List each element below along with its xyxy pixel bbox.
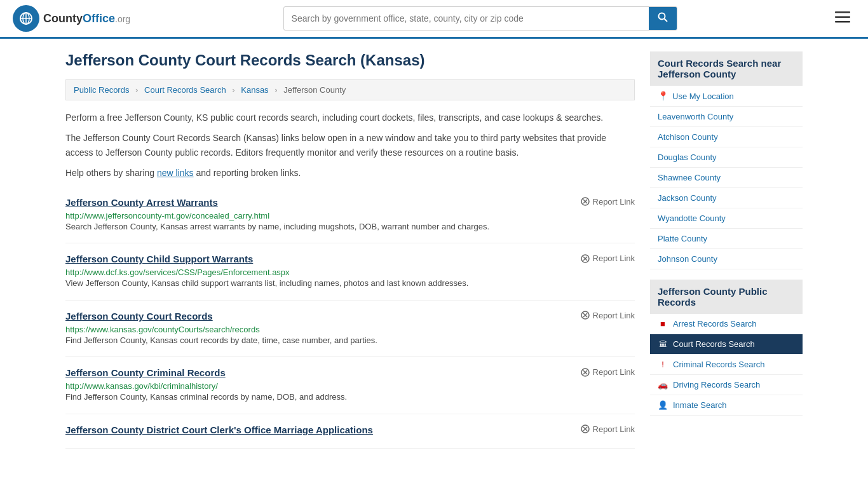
record-label-1: Court Records Search — [673, 339, 755, 349]
sidebar-county-3[interactable]: Shawnee County — [650, 168, 803, 188]
county-link-4[interactable]: Jackson County — [658, 193, 717, 203]
driving-icon: 🚗 — [658, 380, 668, 390]
logo-text: CountyOffice.org — [43, 12, 130, 25]
search-button[interactable] — [649, 7, 677, 30]
record-link-2[interactable]: Criminal Records Search — [673, 360, 765, 369]
result-header: Jefferson County Court Records Report Li… — [65, 311, 635, 322]
svg-rect-7 — [835, 11, 850, 13]
sidebar-county-7[interactable]: Johnson County — [650, 249, 803, 269]
sidebar-record-2[interactable]: !Criminal Records Search — [650, 355, 803, 375]
report-link-2[interactable]: Report Link — [581, 311, 635, 320]
breadcrumb-current: Jefferson County — [283, 85, 346, 95]
sidebar-counties: Leavenworth CountyAtchison CountyDouglas… — [650, 107, 803, 269]
result-header: Jefferson County Child Support Warrants … — [65, 254, 635, 264]
sidebar-public-records-title: Jefferson County Public Records — [650, 280, 803, 314]
location-icon: 📍 — [658, 91, 668, 101]
description-3: Help others by sharing new links and rep… — [65, 166, 635, 180]
record-link-4[interactable]: Inmate Search — [673, 400, 727, 410]
breadcrumb: Public Records › Court Records Search › … — [65, 79, 635, 100]
report-link-4[interactable]: Report Link — [581, 424, 635, 434]
county-link-2[interactable]: Douglas County — [658, 152, 717, 162]
breadcrumb-kansas[interactable]: Kansas — [241, 85, 268, 95]
county-link-3[interactable]: Shawnee County — [658, 173, 721, 182]
sidebar-record-0[interactable]: ■Arrest Records Search — [650, 314, 803, 334]
county-link-7[interactable]: Johnson County — [658, 254, 717, 264]
result-url-2[interactable]: https://www.kansas.gov/countyCourts/sear… — [65, 325, 260, 334]
description-1: Perform a free Jefferson County, KS publ… — [65, 111, 635, 125]
sidebar-records: ■Arrest Records Search🏛Court Records Sea… — [650, 314, 803, 416]
sidebar-record-3[interactable]: 🚗Driving Records Search — [650, 375, 803, 395]
breadcrumb-public-records[interactable]: Public Records — [74, 85, 129, 95]
result-url-3[interactable]: http://www.kansas.gov/kbi/criminalhistor… — [65, 381, 218, 391]
result-header: Jefferson County Criminal Records Report… — [65, 367, 635, 378]
arrest-icon: ■ — [658, 319, 668, 329]
sidebar-county-2[interactable]: Douglas County — [650, 147, 803, 168]
county-link-0[interactable]: Leavenworth County — [658, 112, 733, 121]
record-link-0[interactable]: Arrest Records Search — [673, 319, 757, 329]
search-bar — [283, 6, 677, 30]
sidebar-county-5[interactable]: Wyandotte County — [650, 208, 803, 229]
page-title: Jefferson County Court Records Search (K… — [65, 51, 635, 69]
svg-rect-8 — [835, 17, 850, 18]
sidebar-record-1[interactable]: 🏛Court Records Search — [650, 334, 803, 355]
main-container: Jefferson County Court Records Search (K… — [53, 39, 815, 461]
svg-rect-9 — [835, 21, 850, 23]
menu-icon[interactable] — [830, 8, 855, 29]
results-container: Jefferson County Arrest Warrants Report … — [65, 187, 635, 449]
result-desc-3: Find Jefferson County, Kansas criminal r… — [65, 391, 635, 403]
new-links-link[interactable]: new links — [157, 168, 194, 178]
report-link-1[interactable]: Report Link — [581, 254, 635, 263]
result-title-2[interactable]: Jefferson County Court Records — [65, 311, 213, 322]
header: CountyOffice.org — [0, 0, 868, 39]
result-header: Jefferson County Arrest Warrants Report … — [65, 197, 635, 208]
sidebar-county-6[interactable]: Platte County — [650, 229, 803, 249]
result-header: Jefferson County District Court Clerk's … — [65, 424, 635, 435]
result-title-0[interactable]: Jefferson County Arrest Warrants — [65, 197, 218, 208]
svg-point-5 — [658, 13, 665, 20]
use-my-location-link[interactable]: Use My Location — [672, 92, 734, 101]
inmate-icon: 👤 — [658, 400, 668, 410]
content-area: Jefferson County Court Records Search (K… — [65, 51, 635, 449]
county-link-1[interactable]: Atchison County — [658, 132, 718, 142]
result-desc-0: Search Jefferson County, Kansas arrest w… — [65, 220, 635, 233]
report-link-0[interactable]: Report Link — [581, 197, 635, 207]
logo-icon — [13, 5, 39, 32]
sidebar-public-records-section: Jefferson County Public Records ■Arrest … — [650, 280, 803, 416]
breadcrumb-court-records[interactable]: Court Records Search — [144, 85, 226, 95]
result-item: Jefferson County Arrest Warrants Report … — [65, 187, 635, 244]
report-link-3[interactable]: Report Link — [581, 367, 635, 377]
sidebar-nearby-title: Court Records Search near Jefferson Coun… — [650, 51, 803, 86]
svg-line-6 — [664, 19, 667, 22]
sidebar: Court Records Search near Jefferson Coun… — [650, 51, 803, 449]
result-item: Jefferson County Court Records Report Li… — [65, 301, 635, 358]
description-2: The Jefferson County Court Records Searc… — [65, 131, 635, 159]
result-title-3[interactable]: Jefferson County Criminal Records — [65, 367, 226, 378]
logo-area: CountyOffice.org — [13, 5, 130, 32]
record-link-3[interactable]: Driving Records Search — [673, 380, 760, 390]
result-url-1[interactable]: http://www.dcf.ks.gov/services/CSS/Pages… — [65, 268, 290, 277]
sidebar-county-4[interactable]: Jackson County — [650, 188, 803, 208]
result-title-4[interactable]: Jefferson County District Court Clerk's … — [65, 424, 373, 435]
result-desc-1: View Jefferson County, Kansas child supp… — [65, 277, 635, 290]
sidebar-use-location[interactable]: 📍 Use My Location — [650, 86, 803, 107]
result-desc-2: Find Jefferson County, Kansas court reco… — [65, 334, 635, 347]
court-icon: 🏛 — [658, 339, 668, 349]
county-link-5[interactable]: Wyandotte County — [658, 214, 726, 223]
result-item: Jefferson County Child Support Warrants … — [65, 243, 635, 301]
county-link-6[interactable]: Platte County — [658, 234, 707, 243]
result-url-0[interactable]: http://www.jeffersoncounty-mt.gov/concea… — [65, 211, 269, 220]
search-input[interactable] — [284, 8, 649, 29]
sidebar-nearby-section: Court Records Search near Jefferson Coun… — [650, 51, 803, 269]
sidebar-county-1[interactable]: Atchison County — [650, 127, 803, 147]
result-item: Jefferson County Criminal Records Report… — [65, 357, 635, 414]
result-title-1[interactable]: Jefferson County Child Support Warrants — [65, 254, 253, 264]
result-item: Jefferson County District Court Clerk's … — [65, 414, 635, 449]
criminal-icon: ! — [658, 360, 668, 369]
sidebar-county-0[interactable]: Leavenworth County — [650, 107, 803, 127]
sidebar-record-4[interactable]: 👤Inmate Search — [650, 395, 803, 416]
